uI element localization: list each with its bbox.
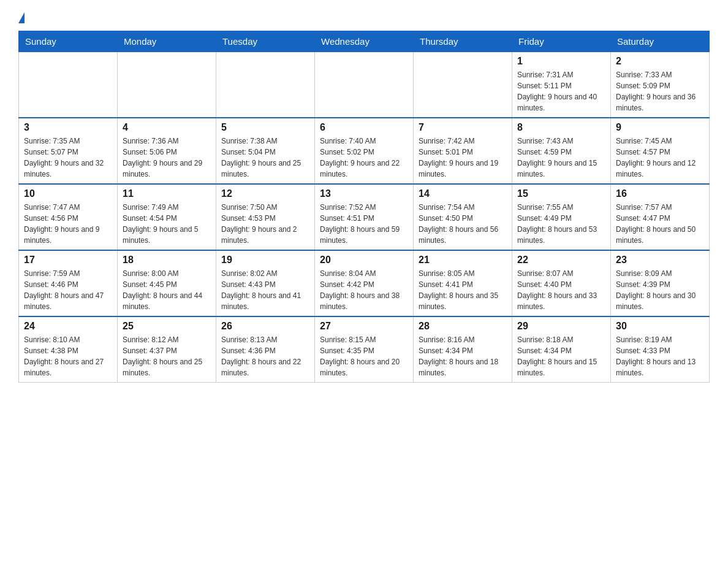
day-info: Sunrise: 7:50 AM Sunset: 4:53 PM Dayligh… [221, 202, 309, 246]
table-row: 25Sunrise: 8:12 AM Sunset: 4:37 PM Dayli… [118, 316, 216, 383]
day-number: 23 [616, 255, 704, 266]
table-row: 10Sunrise: 7:47 AM Sunset: 4:56 PM Dayli… [19, 184, 118, 250]
day-info: Sunrise: 8:05 AM Sunset: 4:41 PM Dayligh… [419, 268, 507, 312]
table-row: 4Sunrise: 7:36 AM Sunset: 5:06 PM Daylig… [118, 118, 216, 184]
table-row [118, 52, 216, 118]
day-info: Sunrise: 7:33 AM Sunset: 5:09 PM Dayligh… [616, 69, 704, 113]
table-row: 29Sunrise: 8:18 AM Sunset: 4:34 PM Dayli… [512, 316, 611, 383]
day-info: Sunrise: 7:43 AM Sunset: 4:59 PM Dayligh… [517, 136, 605, 180]
day-number: 20 [320, 255, 408, 266]
day-number: 27 [320, 321, 408, 332]
day-number: 25 [123, 321, 211, 332]
day-number: 30 [616, 321, 704, 332]
table-row: 9Sunrise: 7:45 AM Sunset: 4:57 PM Daylig… [611, 118, 710, 184]
day-number: 13 [320, 188, 408, 199]
table-row [315, 52, 414, 118]
calendar-week-5: 24Sunrise: 8:10 AM Sunset: 4:38 PM Dayli… [19, 316, 710, 383]
day-info: Sunrise: 8:07 AM Sunset: 4:40 PM Dayligh… [517, 268, 605, 312]
header-saturday: Saturday [611, 31, 710, 52]
day-number: 9 [616, 122, 704, 133]
day-number: 12 [221, 188, 309, 199]
day-info: Sunrise: 8:16 AM Sunset: 4:34 PM Dayligh… [419, 334, 507, 378]
table-row: 21Sunrise: 8:05 AM Sunset: 4:41 PM Dayli… [414, 250, 512, 316]
day-info: Sunrise: 7:47 AM Sunset: 4:56 PM Dayligh… [24, 202, 112, 246]
table-row: 8Sunrise: 7:43 AM Sunset: 4:59 PM Daylig… [512, 118, 611, 184]
day-info: Sunrise: 7:45 AM Sunset: 4:57 PM Dayligh… [616, 136, 704, 180]
day-number: 8 [517, 122, 605, 133]
table-row: 19Sunrise: 8:02 AM Sunset: 4:43 PM Dayli… [216, 250, 315, 316]
table-row: 18Sunrise: 8:00 AM Sunset: 4:45 PM Dayli… [118, 250, 216, 316]
table-row: 11Sunrise: 7:49 AM Sunset: 4:54 PM Dayli… [118, 184, 216, 250]
day-number: 24 [24, 321, 112, 332]
table-row: 13Sunrise: 7:52 AM Sunset: 4:51 PM Dayli… [315, 184, 414, 250]
table-row: 6Sunrise: 7:40 AM Sunset: 5:02 PM Daylig… [315, 118, 414, 184]
table-row: 30Sunrise: 8:19 AM Sunset: 4:33 PM Dayli… [611, 316, 710, 383]
day-number: 28 [419, 321, 507, 332]
day-number: 22 [517, 255, 605, 266]
table-row: 12Sunrise: 7:50 AM Sunset: 4:53 PM Dayli… [216, 184, 315, 250]
table-row: 22Sunrise: 8:07 AM Sunset: 4:40 PM Dayli… [512, 250, 611, 316]
table-row: 15Sunrise: 7:55 AM Sunset: 4:49 PM Dayli… [512, 184, 611, 250]
day-info: Sunrise: 7:36 AM Sunset: 5:06 PM Dayligh… [123, 136, 211, 180]
table-row: 2Sunrise: 7:33 AM Sunset: 5:09 PM Daylig… [611, 52, 710, 118]
day-info: Sunrise: 8:02 AM Sunset: 4:43 PM Dayligh… [221, 268, 309, 312]
table-row: 24Sunrise: 8:10 AM Sunset: 4:38 PM Dayli… [19, 316, 118, 383]
table-row: 5Sunrise: 7:38 AM Sunset: 5:04 PM Daylig… [216, 118, 315, 184]
header-sunday: Sunday [19, 31, 118, 52]
day-number: 1 [517, 56, 605, 67]
day-info: Sunrise: 7:52 AM Sunset: 4:51 PM Dayligh… [320, 202, 408, 246]
header-friday: Friday [512, 31, 611, 52]
table-row [19, 52, 118, 118]
table-row: 14Sunrise: 7:54 AM Sunset: 4:50 PM Dayli… [414, 184, 512, 250]
calendar-week-2: 3Sunrise: 7:35 AM Sunset: 5:07 PM Daylig… [19, 118, 710, 184]
day-info: Sunrise: 7:57 AM Sunset: 4:47 PM Dayligh… [616, 202, 704, 246]
day-info: Sunrise: 8:10 AM Sunset: 4:38 PM Dayligh… [24, 334, 112, 378]
day-number: 18 [123, 255, 211, 266]
day-number: 16 [616, 188, 704, 199]
day-info: Sunrise: 8:00 AM Sunset: 4:45 PM Dayligh… [123, 268, 211, 312]
day-info: Sunrise: 8:04 AM Sunset: 4:42 PM Dayligh… [320, 268, 408, 312]
day-number: 11 [123, 188, 211, 199]
day-number: 10 [24, 188, 112, 199]
header-thursday: Thursday [414, 31, 512, 52]
day-number: 7 [419, 122, 507, 133]
calendar-week-3: 10Sunrise: 7:47 AM Sunset: 4:56 PM Dayli… [19, 184, 710, 250]
table-row: 7Sunrise: 7:42 AM Sunset: 5:01 PM Daylig… [414, 118, 512, 184]
day-info: Sunrise: 7:35 AM Sunset: 5:07 PM Dayligh… [24, 136, 112, 180]
day-number: 21 [419, 255, 507, 266]
day-number: 26 [221, 321, 309, 332]
day-info: Sunrise: 7:38 AM Sunset: 5:04 PM Dayligh… [221, 136, 309, 180]
table-row: 26Sunrise: 8:13 AM Sunset: 4:36 PM Dayli… [216, 316, 315, 383]
day-info: Sunrise: 8:12 AM Sunset: 4:37 PM Dayligh… [123, 334, 211, 378]
table-row: 3Sunrise: 7:35 AM Sunset: 5:07 PM Daylig… [19, 118, 118, 184]
day-info: Sunrise: 8:13 AM Sunset: 4:36 PM Dayligh… [221, 334, 309, 378]
logo-triangle-icon [18, 12, 25, 23]
day-info: Sunrise: 7:55 AM Sunset: 4:49 PM Dayligh… [517, 202, 605, 246]
header-row: Sunday Monday Tuesday Wednesday Thursday… [19, 31, 710, 52]
day-number: 17 [24, 255, 112, 266]
table-row [414, 52, 512, 118]
day-number: 4 [123, 122, 211, 133]
header-monday: Monday [118, 31, 216, 52]
day-number: 29 [517, 321, 605, 332]
day-info: Sunrise: 7:49 AM Sunset: 4:54 PM Dayligh… [123, 202, 211, 246]
page-header [18, 12, 710, 25]
table-row [216, 52, 315, 118]
day-info: Sunrise: 7:54 AM Sunset: 4:50 PM Dayligh… [419, 202, 507, 246]
logo [18, 12, 26, 25]
day-number: 14 [419, 188, 507, 199]
day-info: Sunrise: 8:09 AM Sunset: 4:39 PM Dayligh… [616, 268, 704, 312]
table-row: 27Sunrise: 8:15 AM Sunset: 4:35 PM Dayli… [315, 316, 414, 383]
table-row: 23Sunrise: 8:09 AM Sunset: 4:39 PM Dayli… [611, 250, 710, 316]
calendar-week-4: 17Sunrise: 7:59 AM Sunset: 4:46 PM Dayli… [19, 250, 710, 316]
day-info: Sunrise: 7:31 AM Sunset: 5:11 PM Dayligh… [517, 69, 605, 113]
calendar-table: Sunday Monday Tuesday Wednesday Thursday… [18, 31, 710, 383]
table-row: 17Sunrise: 7:59 AM Sunset: 4:46 PM Dayli… [19, 250, 118, 316]
table-row: 16Sunrise: 7:57 AM Sunset: 4:47 PM Dayli… [611, 184, 710, 250]
table-row: 1Sunrise: 7:31 AM Sunset: 5:11 PM Daylig… [512, 52, 611, 118]
day-number: 6 [320, 122, 408, 133]
day-info: Sunrise: 8:19 AM Sunset: 4:33 PM Dayligh… [616, 334, 704, 378]
header-wednesday: Wednesday [315, 31, 414, 52]
calendar-week-1: 1Sunrise: 7:31 AM Sunset: 5:11 PM Daylig… [19, 52, 710, 118]
day-number: 5 [221, 122, 309, 133]
